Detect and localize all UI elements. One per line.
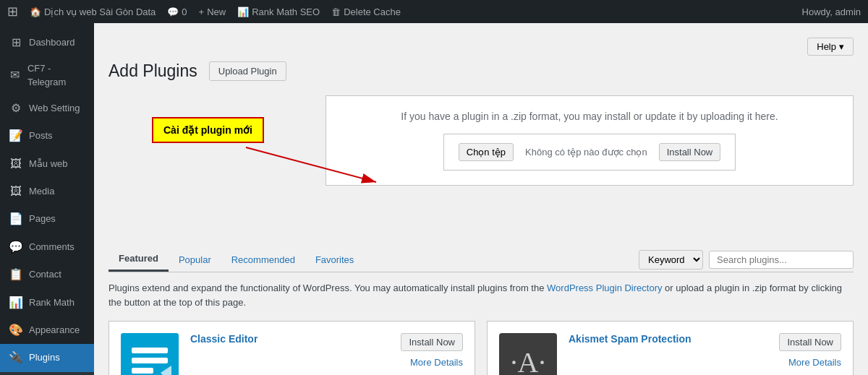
tab-search: Keyword xyxy=(639,250,854,270)
new-content[interactable]: + New xyxy=(199,7,226,17)
classic-editor-icon xyxy=(121,333,179,375)
svg-rect-5 xyxy=(132,368,153,374)
upload-section-wrapper: Cài đặt plugin mới If you have a plugin … xyxy=(109,95,854,225)
akismet-more-details[interactable]: More Details xyxy=(788,357,841,368)
akismet-header: Akismet Spam Protection Install Now More… xyxy=(569,333,841,368)
wp-plugin-directory-link[interactable]: WordPress Plugin Directory xyxy=(547,283,662,293)
svg-rect-4 xyxy=(132,358,168,363)
classic-editor-more-details[interactable]: More Details xyxy=(410,357,463,368)
rank-math-seo[interactable]: 📊 Rank Math SEO xyxy=(237,7,320,17)
plugin-cards: Classic Editor Install Now More Details … xyxy=(109,321,854,375)
admin-bar: ⊞ 🏠 Dịch vụ web Sài Gòn Data 💬 0 + New 📊… xyxy=(0,0,868,23)
main-layout: ⊞ Dashboard ✉ CF7 - Telegram ⚙ Web Setti… xyxy=(0,23,868,375)
media-icon: 🖼 xyxy=(9,184,23,199)
tab-recommended[interactable]: Recommended xyxy=(221,249,305,271)
help-bar: Help ▾ xyxy=(109,38,854,56)
akismet-name[interactable]: Akismet Spam Protection xyxy=(569,333,692,345)
classic-editor-name[interactable]: Classic Editor xyxy=(190,333,258,345)
tab-popular[interactable]: Popular xyxy=(169,249,221,271)
tab-featured[interactable]: Featured xyxy=(109,247,169,272)
cf7-icon: ✉ xyxy=(9,67,22,83)
help-button[interactable]: Help ▾ xyxy=(807,38,854,56)
howdy-label: Howdy, admin xyxy=(802,7,861,17)
delete-cache[interactable]: 🗑 Delete Cache xyxy=(331,7,401,17)
upload-panel: If you have a plugin in a .zip format, y… xyxy=(326,95,854,186)
page-title: Add Plugins xyxy=(109,61,197,81)
sidebar-item-appearance[interactable]: 🎨 Appearance xyxy=(0,316,94,344)
web-setting-icon: ⚙ xyxy=(9,100,23,116)
rank-math-icon: 📊 xyxy=(9,295,23,311)
pages-icon: 📄 xyxy=(9,211,23,227)
directory-description: Plugins extend and expand the functional… xyxy=(109,281,854,309)
sidebar-item-installed-plugins[interactable]: Installed Plugins xyxy=(0,372,94,375)
dashboard-icon: ⊞ xyxy=(9,35,23,51)
sidebar-item-plugins[interactable]: 🔌 Plugins xyxy=(0,344,94,371)
sidebar-item-cf7[interactable]: ✉ CF7 - Telegram xyxy=(0,56,94,94)
svg-rect-3 xyxy=(132,348,168,353)
sidebar-item-pages[interactable]: 📄 Pages xyxy=(0,205,94,233)
contact-icon: 📋 xyxy=(9,267,23,283)
sidebar-item-media[interactable]: 🖼 Media xyxy=(0,178,94,205)
appearance-icon: 🎨 xyxy=(9,322,23,338)
search-plugins-input[interactable] xyxy=(709,251,854,269)
plugins-submenu: Installed Plugins Add New Plugin File Ed… xyxy=(0,372,94,375)
mau-web-icon: 🖼 xyxy=(9,156,23,172)
upload-plugin-button[interactable]: Upload Plugin xyxy=(209,61,286,81)
plugin-tabs: Featured Popular Recommended Favorites K… xyxy=(109,247,854,272)
plugin-card-classic-editor: Classic Editor Install Now More Details … xyxy=(109,321,475,375)
sidebar-item-dashboard[interactable]: ⊞ Dashboard xyxy=(0,29,94,56)
no-file-selected-text: Không có tệp nào được chọn xyxy=(525,147,647,158)
keyword-select[interactable]: Keyword xyxy=(639,250,703,270)
plugin-card-akismet: ·A· Akismet Spam Protection Install Now … xyxy=(487,321,854,375)
plugins-icon: 🔌 xyxy=(9,350,23,366)
chevron-down-icon: ▾ xyxy=(839,41,844,52)
sidebar-item-web-setting[interactable]: ⚙ Web Setting xyxy=(0,95,94,122)
sidebar-item-rank-math[interactable]: 📊 Rank Math xyxy=(0,289,94,316)
akismet-icon: ·A· xyxy=(499,333,557,375)
upload-form: Chọn tệp Không có tệp nào được chọn Inst… xyxy=(443,134,736,171)
comments-icon: 💬 xyxy=(9,239,23,255)
page-header: Add Plugins Upload Plugin xyxy=(109,61,854,81)
classic-editor-info: Classic Editor Install Now More Details … xyxy=(190,333,463,375)
akismet-info: Akismet Spam Protection Install Now More… xyxy=(569,333,841,375)
comments-bubble[interactable]: 💬 0 xyxy=(167,7,187,17)
akismet-description: The best anti-spam protection to block s… xyxy=(569,372,841,375)
classic-editor-install-button[interactable]: Install Now xyxy=(401,333,463,351)
annotation-box: Cài đặt plugin mới xyxy=(152,117,264,143)
sidebar: ⊞ Dashboard ✉ CF7 - Telegram ⚙ Web Setti… xyxy=(0,23,94,375)
akismet-install-button[interactable]: Install Now xyxy=(779,333,841,351)
main-content: Help ▾ Add Plugins Upload Plugin xyxy=(94,23,868,375)
sidebar-item-comments[interactable]: 💬 Comments xyxy=(0,233,94,261)
classic-editor-header: Classic Editor Install Now More Details xyxy=(190,333,463,368)
upload-description: If you have a plugin in a .zip format, y… xyxy=(401,111,778,122)
posts-icon: 📝 xyxy=(9,128,23,144)
sidebar-item-posts[interactable]: 📝 Posts xyxy=(0,122,94,150)
install-now-upload-button[interactable]: Install Now xyxy=(659,143,721,161)
tab-favorites[interactable]: Favorites xyxy=(305,249,364,271)
sidebar-item-contact[interactable]: 📋 Contact xyxy=(0,261,94,288)
wp-logo-icon: ⊞ xyxy=(7,4,18,20)
choose-file-button[interactable]: Chọn tệp xyxy=(459,143,514,161)
classic-editor-description: Enables the previous "classic" editor an… xyxy=(190,372,463,375)
site-name[interactable]: 🏠 Dịch vụ web Sài Gòn Data xyxy=(30,7,156,17)
sidebar-item-mau-web[interactable]: 🖼 Mẫu web xyxy=(0,150,94,178)
